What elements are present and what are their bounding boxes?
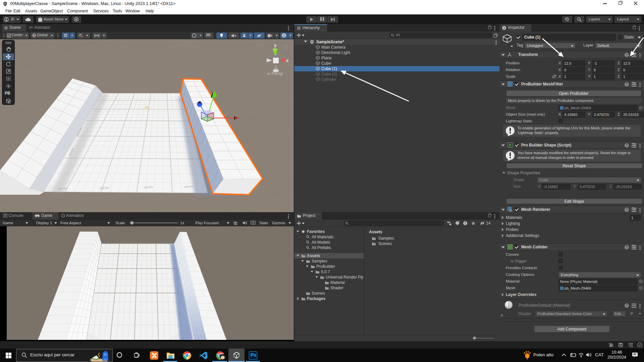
svg-text:1METER: 1METER <box>58 187 67 190</box>
svg-text:x: x <box>286 58 289 63</box>
svg-text:1METER: 1METER <box>184 185 194 188</box>
svg-text:y: y <box>274 43 277 48</box>
svg-text:1METER: 1METER <box>144 186 153 189</box>
svg-text:1METER: 1METER <box>100 187 109 189</box>
